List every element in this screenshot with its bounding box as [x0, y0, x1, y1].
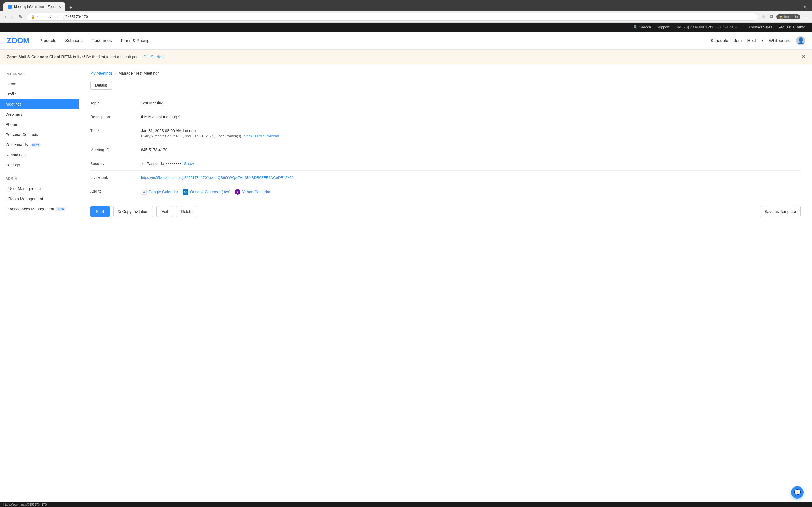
top-search[interactable]: 🔍 Search	[633, 25, 651, 29]
invite-link-url[interactable]: https://us05web.zoom.us/j/84551734170?pw…	[141, 175, 294, 180]
copy-invitation-button[interactable]: ⧉ Copy Invitation	[113, 206, 153, 217]
save-template-button[interactable]: Save as Template	[760, 206, 801, 217]
outlook-calendar-text: Outlook Calendar (.ics)	[190, 189, 231, 194]
forward-button[interactable]: ›	[10, 13, 15, 20]
contact-sales-link[interactable]: Contact Sales	[749, 25, 772, 29]
search-label[interactable]: Search	[640, 25, 651, 29]
calendar-links-container: G Google Calendar O Outlook Calendar (.i…	[141, 189, 801, 194]
incognito-icon: 🕵	[779, 15, 783, 19]
show-all-occurrences-link[interactable]: Show all occurrences	[244, 134, 279, 138]
new-tab-button[interactable]: +	[66, 4, 75, 11]
avatar-icon: 👤	[797, 37, 804, 44]
sidebar-item-recordings[interactable]: Recordings	[0, 150, 79, 160]
nav-whiteboard-button[interactable]: Whiteboard	[769, 38, 791, 43]
show-passcode-link[interactable]: Show	[184, 161, 194, 166]
app-layout: PERSONAL Home Profile Meetings Webinars …	[0, 64, 812, 230]
back-button[interactable]: ‹	[3, 13, 8, 20]
address-text[interactable]: zoom.us/meeting/84551734170	[37, 15, 88, 19]
delete-button[interactable]: Delete	[176, 206, 197, 217]
invite-link-value: https://us05web.zoom.us/j/84551734170?pw…	[141, 175, 801, 180]
security-value: ✓ Passcode •••••••• Show	[141, 161, 801, 166]
meeting-details-table: Topic Test Meeting Description this is a…	[90, 96, 801, 200]
time-primary-text: Jan 31, 2023 08:00 AM London	[141, 128, 801, 133]
nav-schedule-button[interactable]: Schedule	[711, 38, 728, 43]
sidebar-item-webinars[interactable]: Webinars	[0, 109, 79, 119]
personal-contacts-label: Personal Contacts	[6, 132, 38, 137]
nav-host-button[interactable]: Host	[747, 38, 756, 43]
security-label: Security	[90, 161, 141, 166]
sidebar-item-profile[interactable]: Profile	[0, 89, 79, 99]
invite-link-row: Invite Link https://us05web.zoom.us/j/84…	[90, 171, 801, 184]
restore-window-button[interactable]: ⧉	[802, 4, 809, 10]
yahoo-calendar-link[interactable]: Y Yahoo Calendar	[235, 189, 270, 194]
sidebar-item-settings[interactable]: Settings	[0, 160, 79, 170]
tab-favicon	[8, 5, 12, 9]
breadcrumb: My Meetings › Manage "Test Meeting"	[90, 71, 801, 75]
browser-tab[interactable]: Meeting Information – Zoom ×	[3, 2, 65, 11]
sidebar-group-user-management[interactable]: › User Management	[0, 184, 79, 194]
passcode-dots: ••••••••	[166, 161, 182, 166]
divider: |	[743, 25, 744, 29]
user-management-arrow-icon: ›	[6, 187, 7, 190]
start-button[interactable]: Start	[90, 207, 110, 217]
whiteboards-badge: NEW	[31, 143, 41, 147]
workspaces-badge: NEW	[56, 207, 66, 211]
sidebar-item-home[interactable]: Home	[0, 79, 79, 89]
topic-label: Topic	[90, 101, 141, 105]
recordings-label: Recordings	[6, 153, 26, 157]
reload-button[interactable]: ↻	[17, 13, 24, 20]
tab-close-icon[interactable]: ×	[59, 4, 61, 9]
outlook-calendar-link[interactable]: O Outlook Calendar (.ics)	[183, 189, 231, 194]
nav-actions: Schedule Join Host ▾ Whiteboard 👤	[711, 36, 805, 45]
lock-icon: 🔒	[31, 15, 35, 19]
main-nav: zoom Products Solutions Resources Plans …	[0, 32, 812, 50]
sidebar-item-phone[interactable]: Phone	[0, 119, 79, 129]
banner-close-button[interactable]: ×	[802, 54, 805, 60]
nav-avatar[interactable]: 👤	[796, 36, 805, 45]
sidebar-item-meetings[interactable]: Meetings	[0, 99, 79, 109]
announcement-banner: Zoom Mail & Calendar Client BETA is live…	[0, 50, 812, 64]
nav-link-products[interactable]: Products	[40, 38, 56, 43]
room-management-arrow-icon: ›	[6, 197, 7, 201]
home-label: Home	[6, 82, 16, 86]
top-bar: 🔍 Search Support +44 (20) 7039 8961 or 0…	[0, 22, 812, 32]
breadcrumb-my-meetings-link[interactable]: My Meetings	[90, 71, 112, 75]
passcode-check-icon: ✓	[141, 161, 144, 166]
room-management-label: Room Management	[8, 196, 43, 201]
banner-content: Zoom Mail & Calendar Client BETA is live…	[7, 55, 163, 59]
nav-link-solutions[interactable]: Solutions	[65, 38, 83, 43]
request-demo-link[interactable]: Request a Demo	[777, 25, 805, 29]
address-bar[interactable]: 🔒 zoom.us/meeting/84551734170	[27, 13, 758, 20]
banner-bold-text: Zoom Mail & Calendar Client BETA is live…	[7, 55, 85, 59]
sidebar-group-room-management[interactable]: › Room Management	[0, 194, 79, 204]
nav-link-resources[interactable]: Resources	[92, 38, 112, 43]
sidebar-item-whiteboards[interactable]: Whiteboards NEW	[0, 140, 79, 150]
nav-link-pricing[interactable]: Plans & Pricing	[121, 38, 150, 43]
yahoo-calendar-text: Yahoo Calendar	[242, 189, 270, 194]
admin-section-label: ADMIN	[0, 175, 79, 182]
add-to-label: Add to	[90, 189, 141, 194]
nav-join-button[interactable]: Join	[734, 38, 742, 43]
banner-get-started-link[interactable]: Get Started	[143, 55, 163, 59]
whiteboards-label: Whiteboards	[6, 143, 28, 147]
support-link[interactable]: Support	[657, 25, 670, 29]
description-label: Description	[90, 115, 141, 119]
personal-section-label: PERSONAL	[0, 70, 79, 78]
extensions-button[interactable]: ⧉	[769, 13, 774, 20]
add-to-row: Add to G Google Calendar O Outlook Calen…	[90, 184, 801, 200]
google-calendar-link[interactable]: G Google Calendar	[141, 189, 178, 194]
security-row: Security ✓ Passcode •••••••• Show	[90, 157, 801, 171]
menu-button[interactable]: ⋮	[802, 13, 809, 20]
user-management-label: User Management	[8, 186, 41, 191]
tab-title: Meeting Information – Zoom	[14, 5, 56, 9]
zoom-logo[interactable]: zoom	[7, 36, 29, 45]
browser-toolbar: ‹ › ↻ 🔒 zoom.us/meeting/84551734170 ☆ ⧉ …	[0, 11, 812, 22]
topic-value: Test Meeting	[141, 101, 801, 105]
sidebar-group-workspaces[interactable]: › Workspaces Management NEW	[0, 204, 79, 214]
sidebar-item-personal-contacts[interactable]: Personal Contacts	[0, 129, 79, 140]
edit-button[interactable]: Edit	[156, 206, 173, 217]
breadcrumb-separator-icon: ›	[115, 71, 116, 75]
details-tab-button[interactable]: Details	[90, 81, 112, 90]
bookmark-button[interactable]: ☆	[760, 13, 767, 20]
time-label: Time	[90, 128, 141, 138]
